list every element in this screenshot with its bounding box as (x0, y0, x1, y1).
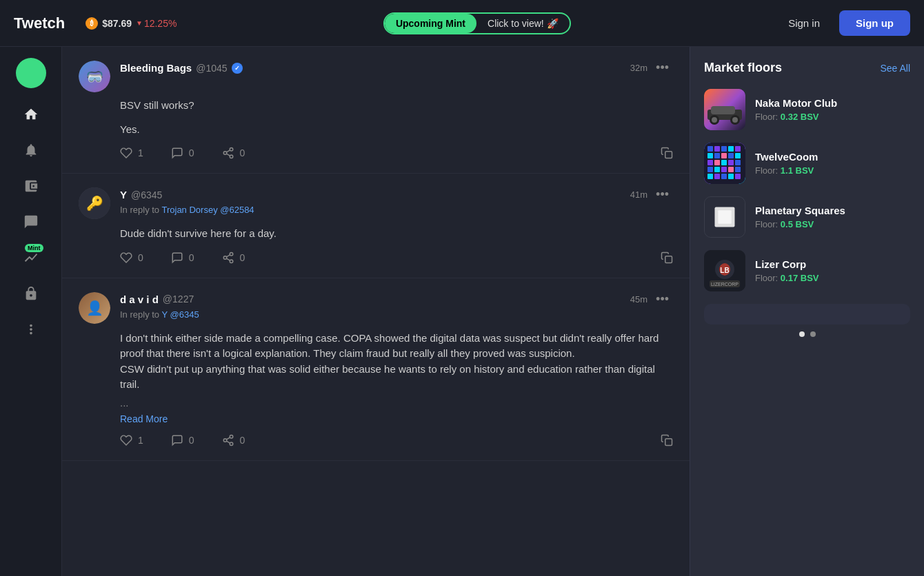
price-value: $87.69 (102, 18, 132, 29)
market-item-lizer[interactable]: LB LIZERCORP Lizer Corp Floor: 0.17 BSV (704, 250, 910, 291)
svg-rect-27 (714, 146, 720, 152)
market-item-planetary[interactable]: Planetary Squares Floor: 0.5 BSV (704, 196, 910, 238)
main-feed: 🥽 Bleeding Bags @1045 ✓ 32m ••• BSV stil… (62, 47, 690, 576)
svg-rect-11 (665, 256, 672, 263)
share-button-2[interactable]: 0 (222, 251, 245, 264)
post-more-1[interactable]: ••• (652, 61, 673, 75)
sidebar-item-mint[interactable]: Mint (16, 243, 46, 273)
svg-rect-33 (721, 153, 727, 158)
sidebar-item-messages[interactable] (16, 207, 46, 237)
author-name-3: d a v i d (120, 294, 159, 305)
market-item-twelve[interactable]: TwelveCoom Floor: 1.1 BSV (704, 143, 910, 184)
author-name-1: Bleeding Bags (120, 62, 192, 74)
share-count-3: 0 (240, 435, 245, 446)
svg-rect-43 (721, 167, 727, 172)
post-meta-1: Bleeding Bags @1045 ✓ 32m ••• (120, 61, 673, 78)
svg-rect-29 (728, 146, 734, 152)
bitcoin-icon: ₿ (86, 17, 98, 30)
post-actions-3: 1 0 0 (120, 434, 673, 446)
svg-text:LIZERCORP: LIZERCORP (711, 282, 739, 287)
avatar[interactable] (16, 58, 46, 88)
dot-1[interactable] (799, 331, 805, 337)
svg-rect-35 (735, 153, 741, 158)
market-floors-title: Market floors (704, 61, 782, 75)
svg-rect-45 (735, 167, 741, 172)
comment-button-3[interactable]: 0 (171, 434, 194, 446)
author-handle-2: @6345 (131, 189, 162, 200)
svg-rect-53 (718, 210, 731, 223)
post-more-2[interactable]: ••• (652, 187, 673, 202)
upcoming-mint-banner[interactable]: Upcoming Mint Click to view! 🚀 (383, 12, 571, 34)
post-2: 🔑 Y @6345 41m ••• In reply to Trojan Dor… (62, 174, 690, 278)
market-name-twelve: TwelveCoom (755, 151, 910, 163)
post-content-2: Dude didn't survive here for a day. 0 0 … (120, 226, 673, 264)
market-floor-twelve: Floor: 1.1 BSV (755, 165, 910, 176)
like-button-2[interactable]: 0 (120, 251, 143, 264)
sidebar-item-lock[interactable] (16, 278, 46, 309)
svg-rect-20 (711, 106, 735, 114)
post-reply-1: Yes. (120, 122, 673, 138)
author-handle-1: @1045 (196, 63, 227, 74)
comment-count-2: 0 (189, 252, 194, 263)
like-count-2: 0 (138, 252, 143, 263)
copy-button-2[interactable] (661, 251, 673, 264)
upcoming-mint-cta[interactable]: Click to view! 🚀 (476, 14, 570, 33)
svg-point-2 (230, 155, 233, 158)
svg-rect-26 (707, 146, 713, 152)
svg-rect-37 (714, 160, 720, 165)
post-more-3[interactable]: ••• (652, 292, 673, 307)
svg-point-8 (230, 260, 233, 263)
svg-rect-17 (665, 439, 672, 446)
like-button-1[interactable]: 1 (120, 147, 143, 159)
comment-button-2[interactable]: 0 (171, 251, 194, 264)
sidebar-item-settings[interactable] (16, 314, 46, 344)
comment-count-3: 0 (189, 435, 194, 446)
reply-to-link-3[interactable]: Y @6345 (161, 309, 199, 320)
sidebar-item-home[interactable] (16, 99, 46, 130)
price-badge: ₿ $87.69 12.25% (86, 17, 177, 30)
market-info-planetary: Planetary Squares Floor: 0.5 BSV (755, 205, 910, 229)
see-all-link[interactable]: See All (880, 63, 910, 74)
share-button-1[interactable]: 0 (222, 147, 245, 159)
share-button-3[interactable]: 0 (222, 434, 245, 446)
post-content-1: BSV still works? Yes. 1 0 (120, 98, 673, 159)
price-change: 12.25% (136, 18, 177, 29)
comment-button-1[interactable]: 0 (171, 147, 194, 159)
svg-point-14 (230, 442, 233, 446)
reply-to-link-2[interactable]: Trojan Dorsey @62584 (161, 205, 254, 215)
market-thumb-lizer: LB LIZERCORP (704, 250, 745, 291)
svg-line-10 (226, 254, 230, 256)
share-count-2: 0 (240, 252, 245, 263)
sidebar-item-wallet[interactable] (16, 171, 46, 201)
market-floor-planetary: Floor: 0.5 BSV (755, 219, 910, 229)
svg-point-7 (223, 256, 227, 259)
copy-button-3[interactable] (661, 434, 673, 446)
sign-up-button[interactable]: Sign up (839, 10, 910, 36)
svg-rect-34 (728, 153, 734, 158)
svg-line-4 (226, 150, 230, 152)
post-time-1: 32m (630, 63, 647, 73)
dot-2[interactable] (810, 331, 816, 337)
svg-point-12 (230, 435, 233, 439)
svg-line-9 (226, 258, 230, 260)
sidebar-item-notifications[interactable] (16, 135, 46, 165)
svg-line-16 (226, 438, 230, 440)
svg-rect-42 (714, 167, 720, 172)
like-button-3[interactable]: 1 (120, 434, 143, 446)
svg-rect-28 (721, 146, 727, 152)
market-floors-header: Market floors See All (704, 61, 910, 75)
copy-button-1[interactable] (661, 147, 673, 159)
svg-rect-5 (665, 152, 672, 158)
post-time-2: 41m (630, 189, 647, 200)
svg-rect-30 (735, 146, 741, 152)
reply-to-2: In reply to Trojan Dorsey @62584 (120, 205, 673, 215)
market-item-naka[interactable]: Naka Motor Club Floor: 0.32 BSV (704, 89, 910, 130)
post-actions-1: 1 0 0 (120, 147, 673, 159)
market-floor-naka: Floor: 0.32 BSV (755, 112, 910, 122)
author-row-1: Bleeding Bags @1045 ✓ 32m ••• (120, 61, 673, 75)
right-panel: Market floors See All (690, 47, 924, 576)
sign-in-button[interactable]: Sign in (777, 12, 831, 34)
avatar-david: 👤 (79, 292, 110, 324)
read-more-link-3[interactable]: Read More (120, 413, 673, 424)
mint-badge: Mint (25, 244, 43, 252)
